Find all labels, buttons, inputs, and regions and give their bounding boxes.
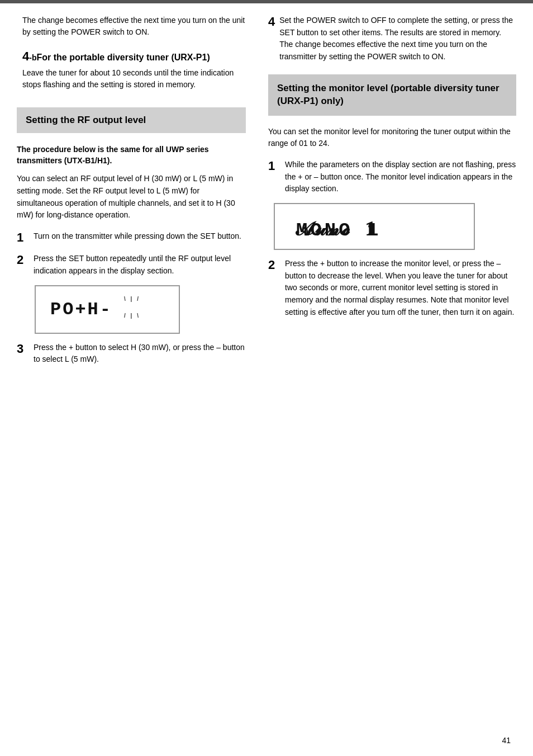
rf-display-lcd: \ | / / | \ PO+H- [46,293,169,326]
monitor-intro-text: You can set the monitor level for monito… [268,126,516,150]
rf-step-1: 1 Turn on the transmitter while pressing… [17,230,246,245]
section-monitor-header: Setting the monitor level (portable dive… [268,74,516,116]
monitor-display-svg: 𝒜𝓊𝓃𝒸 𝟏 MONO 1 [291,212,458,241]
right-step-4: 4 Set the POWER switch to OFF to complet… [268,15,516,63]
step-4b-body: Leave the tuner for about 10 seconds unt… [17,67,246,91]
monitor-step-1-number: 1 [268,159,285,195]
rf-step-1-number: 1 [17,230,34,245]
svg-text:\ | /: \ | / [124,296,140,302]
left-column: The change becomes effective the next ti… [17,15,263,374]
rf-body-text: You can select an RF output level of H (… [17,173,246,221]
step-4b-title: For the portable diversity tuner (URX-P1… [36,53,210,62]
right-column: 4 Set the POWER switch to OFF to complet… [263,15,516,374]
monitor-step-2: 2 Press the + button to increase the mon… [268,258,516,318]
rf-step-1-text: Turn on the transmitter while pressing d… [34,230,241,245]
monitor-step-2-number: 2 [268,258,285,318]
rf-step-2: 2 Press the SET button repeatedly until … [17,253,246,277]
section-monitor-title: Setting the monitor level (portable dive… [277,82,507,108]
monitor-step-2-text: Press the + button to increase the monit… [285,258,516,318]
page-number: 41 [502,736,511,745]
rf-step-2-text: Press the SET button repeatedly until th… [34,253,246,277]
svg-text:/ | \: / | \ [124,313,140,319]
svg-text:MONO 1: MONO 1 [296,220,381,241]
right-step-4-number: 4 [268,15,275,29]
right-step-4-text: Set the POWER switch to OFF to complete … [279,15,516,63]
monitor-step-1-text: While the parameters on the display sect… [285,159,516,195]
monitor-display-box: 𝒜𝓊𝓃𝒸 𝟏 MONO 1 [274,203,475,250]
step-4b-sub: -b [29,53,36,62]
section-rf-header: Setting the RF output level [17,107,246,133]
rf-step-3: 3 Press the + button to select H (30 mW)… [17,342,246,366]
section-rf-title: Setting the RF output level [26,114,237,126]
step-4b-heading: 4-bFor the portable diversity tuner (URX… [17,49,246,64]
rf-display-svg: \ | / / | \ PO+H- [46,293,169,321]
rf-sub-heading: The procedure below is the same for all … [17,144,246,166]
svg-text:PO+H-: PO+H- [50,299,112,320]
intro-text: The change becomes effective the next ti… [17,15,246,38]
rf-display-box: \ | / / | \ PO+H- [35,285,180,334]
monitor-step-1: 1 While the parameters on the display se… [268,159,516,195]
step-4b-number: 4 [22,49,29,63]
rf-step-3-text: Press the + button to select H (30 mW), … [34,342,246,366]
rf-step-2-number: 2 [17,253,34,277]
rf-step-3-number: 3 [17,342,34,366]
page: The change becomes effective the next ti… [0,0,533,756]
